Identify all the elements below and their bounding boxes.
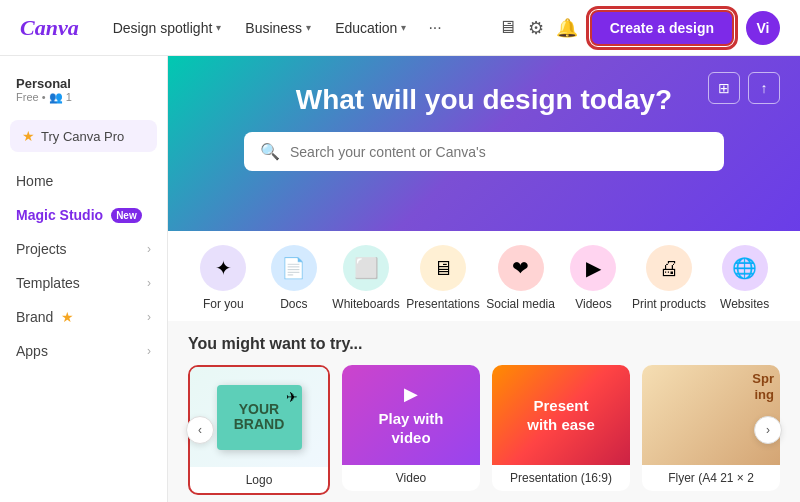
main-layout: Personal Free • 👥 1 ★ Try Canva Pro Home… [0,56,800,502]
logo-card-preview: YOURBRAND ✈ [190,367,328,467]
monitor-icon[interactable]: 🖥 [498,17,516,38]
upload-icon[interactable]: ↑ [748,72,780,104]
create-design-button[interactable]: Create a design [590,10,734,46]
avatar[interactable]: Vi [746,11,780,45]
presentation-label: Presentation (16:9) [492,465,630,491]
resize-icon[interactable]: ⊞ [708,72,740,104]
banner-icons: ⊞ ↑ [708,72,780,104]
sidebar-item-home[interactable]: Home [0,164,167,198]
suggestions-row: ‹ YOURBRAND ✈ Logo [188,365,780,495]
suggestion-card-video[interactable]: ▶ Play withvideo Video [342,365,480,491]
websites-icon: 🌐 [722,245,768,291]
videos-icon: ▶ [570,245,616,291]
try-canva-pro-button[interactable]: ★ Try Canva Pro [10,120,157,152]
suggestion-card-presentation[interactable]: Presentwith ease Presentation (16:9) [492,365,630,491]
category-print[interactable]: 🖨 Print products [632,245,706,311]
nav-items: Design spotlight ▾ Business ▾ Education … [103,13,450,43]
category-for-you[interactable]: ✦ For you [191,245,255,311]
chevron-right-icon: › [147,344,151,358]
chevron-down-icon: ▾ [401,22,406,33]
category-websites[interactable]: 🌐 Websites [713,245,777,311]
header: Canva Design spotlight ▾ Business ▾ Educ… [0,0,800,56]
nav-more-button[interactable]: ··· [420,13,449,43]
category-row: ✦ For you 📄 Docs ⬜ Whiteboards 🖥 Present… [168,231,800,321]
flyer-card-preview: Spring [642,365,780,465]
plane-icon: ✈ [286,389,298,405]
presentations-icon: 🖥 [420,245,466,291]
brand-star-icon: ★ [61,309,74,325]
search-icon: 🔍 [260,142,280,161]
next-button[interactable]: › [754,416,782,444]
sidebar: Personal Free • 👥 1 ★ Try Canva Pro Home… [0,56,168,502]
nav-design-spotlight[interactable]: Design spotlight ▾ [103,14,232,42]
category-docs[interactable]: 📄 Docs [262,245,326,311]
chevron-right-icon: › [147,276,151,290]
new-badge: New [111,208,142,223]
sidebar-user-sub: Free • 👥 1 [16,91,151,104]
chevron-down-icon: ▾ [216,22,221,33]
video-card-preview: ▶ Play withvideo [342,365,480,465]
social-media-icon: ❤ [498,245,544,291]
sidebar-item-magic-studio[interactable]: Magic Studio New [0,198,167,232]
nav-business[interactable]: Business ▾ [235,14,321,42]
chevron-right-icon: › [147,310,151,324]
chevron-right-icon: › [147,242,151,256]
presentation-card-preview: Presentwith ease [492,365,630,465]
docs-icon: 📄 [271,245,317,291]
banner-title: What will you design today? [200,84,768,116]
search-input[interactable] [290,144,708,160]
search-bar: 🔍 [244,132,724,171]
sidebar-user: Personal Free • 👥 1 [0,68,167,116]
print-icon: 🖨 [646,245,692,291]
star-icon: ★ [22,128,35,144]
category-whiteboards[interactable]: ⬜ Whiteboards [332,245,399,311]
nav-education[interactable]: Education ▾ [325,14,416,42]
chevron-down-icon: ▾ [306,22,311,33]
notifications-icon[interactable]: 🔔 [556,17,578,39]
header-right: 🖥 ⚙ 🔔 Create a design Vi [498,10,780,46]
category-social-media[interactable]: ❤ Social media [486,245,555,311]
header-left: Canva Design spotlight ▾ Business ▾ Educ… [20,13,450,43]
sidebar-item-apps[interactable]: Apps › [0,334,167,368]
suggestions-section: You might want to try... ‹ YOURBRAND ✈ L… [168,321,800,502]
suggestions-title: You might want to try... [188,335,780,353]
flyer-label: Flyer (A4 21 × 2 [642,465,780,491]
sidebar-item-templates[interactable]: Templates › [0,266,167,300]
hero-banner: ⊞ ↑ What will you design today? 🔍 [168,56,800,231]
sidebar-item-brand[interactable]: Brand ★ › [0,300,167,334]
video-label: Video [342,465,480,491]
whiteboards-icon: ⬜ [343,245,389,291]
content-area: ⊞ ↑ What will you design today? 🔍 ✦ For … [168,56,800,502]
category-videos[interactable]: ▶ Videos [561,245,625,311]
sidebar-item-projects[interactable]: Projects › [0,232,167,266]
canva-logo[interactable]: Canva [20,15,79,41]
settings-icon[interactable]: ⚙ [528,17,544,39]
logo-label: Logo [190,467,328,493]
sidebar-user-name: Personal [16,76,151,91]
play-icon: ▶ [404,383,418,405]
prev-button[interactable]: ‹ [186,416,214,444]
category-presentations[interactable]: 🖥 Presentations [406,245,479,311]
for-you-icon: ✦ [200,245,246,291]
